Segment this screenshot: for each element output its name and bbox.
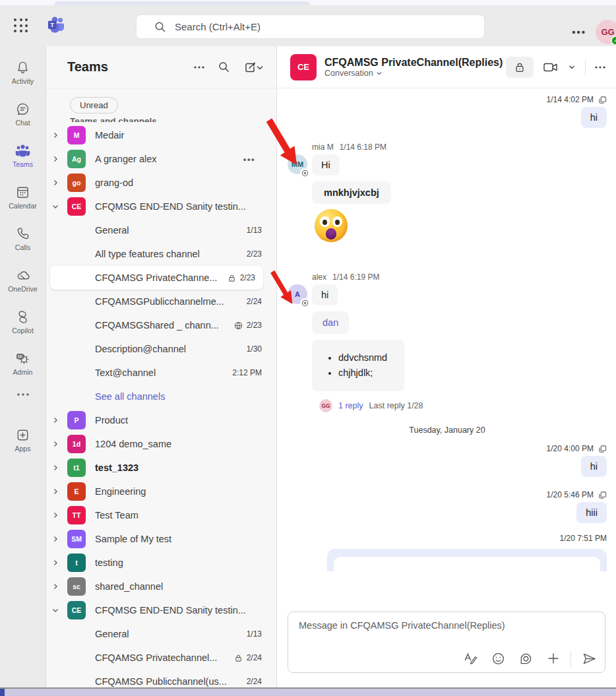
channel-privacy-button[interactable]	[506, 57, 534, 78]
panel-search-icon[interactable]	[218, 61, 230, 73]
chevron-right-icon[interactable]	[51, 488, 62, 495]
rail-item-admin[interactable]: A3 Admin	[1, 345, 45, 382]
team-avatar: M	[67, 126, 86, 144]
thread-reply-row[interactable]: GG 1 reply Last reply 1/28	[319, 399, 423, 412]
mention-link[interactable]: dan	[323, 317, 338, 328]
message-meta: 1/20 5:46 PM	[547, 490, 607, 499]
team-row-product[interactable]: P Product	[46, 408, 276, 432]
conversation-subtitle-dropdown[interactable]: Conversation	[324, 69, 506, 78]
team-row-medair[interactable]: M Medair	[46, 123, 276, 147]
waffle-menu-icon[interactable]	[13, 17, 30, 34]
chevron-right-icon[interactable]	[51, 559, 62, 567]
app-rail: Activity Chat Teams Calendar Calls OneDr…	[0, 46, 46, 687]
rail-label: Teams	[13, 160, 33, 168]
unread-filter-pill[interactable]: Unread	[70, 97, 118, 113]
meet-video-button[interactable]	[543, 61, 559, 74]
chevron-down-icon[interactable]	[51, 606, 62, 614]
rail-item-chat[interactable]: Chat	[1, 96, 45, 133]
team-row-engineering[interactable]: E Engineering	[46, 480, 276, 503]
channel-row-publicchannel-2[interactable]: CFQAMSG Publicchannel(us... 2/24	[46, 670, 276, 687]
rail-item-activity[interactable]: Activity	[1, 54, 45, 91]
rail-item-calendar[interactable]: Calendar	[1, 179, 45, 216]
chevron-right-icon[interactable]	[51, 535, 62, 543]
team-row-testing[interactable]: t testing	[46, 551, 276, 575]
received-message-bubble: mnkhjvjxcbj	[312, 181, 391, 204]
team-row-cfqmsg-sanity-2[interactable]: CE CFQMSG END-END Sanity testin...	[46, 598, 276, 622]
lock-icon	[514, 61, 526, 73]
chevron-right-icon[interactable]	[51, 416, 62, 424]
channel-date: 2/24	[247, 677, 262, 686]
rail-item-teams[interactable]: Teams	[1, 137, 45, 174]
author-avatar: MM	[288, 154, 307, 174]
topbar-more-icon[interactable]: •••	[572, 26, 586, 38]
received-message-bubble: ddvchsnmd chjhjdlk;	[312, 340, 404, 391]
see-all-channels-link[interactable]: See all channels	[46, 385, 276, 408]
header-divider	[585, 59, 586, 75]
compose-area	[277, 598, 616, 687]
chevron-right-icon[interactable]	[51, 511, 62, 519]
emoji-icon[interactable]	[491, 652, 505, 666]
channel-row-private-channel-selected[interactable]: CFQAMSG PrivateChanne... 2/23	[50, 266, 263, 290]
rail-item-onedrive[interactable]: OneDrive	[1, 262, 45, 299]
svg-text:A3: A3	[18, 354, 22, 358]
author-avatar: A	[288, 284, 307, 304]
channel-row-publicchannelme[interactable]: CFQAMSGPublicchannelme... 2/24	[46, 290, 276, 313]
channel-row-description[interactable]: Description@channel 1/30	[46, 337, 276, 361]
team-name: Engineering	[95, 486, 262, 497]
attach-plus-icon[interactable]	[547, 652, 560, 665]
chevron-right-icon[interactable]	[51, 179, 62, 187]
team-row-a-granger-alex[interactable]: Ag A granger alex •••	[46, 147, 276, 171]
team-avatar: t1	[67, 459, 86, 477]
search-icon	[154, 20, 167, 34]
rail-item-calls[interactable]: Calls	[1, 220, 45, 257]
team-row-sample-of-my-test[interactable]: SM Sample of My test	[46, 527, 276, 551]
channel-row-general-2[interactable]: General 1/13	[46, 622, 276, 646]
lock-icon	[234, 654, 243, 662]
team-name: grang-od	[95, 177, 262, 188]
channel-date: 1/13	[247, 629, 262, 639]
profile-avatar[interactable]: GG ✓	[596, 20, 616, 44]
more-dots-icon	[16, 393, 30, 396]
team-row-1204-demo-same[interactable]: 1d 1204 demo_same	[46, 432, 276, 456]
meet-options-chevron[interactable]	[568, 63, 576, 71]
new-message-icon[interactable]	[243, 61, 263, 73]
format-icon[interactable]	[463, 652, 477, 665]
rail-item-apps[interactable]: Apps	[1, 422, 45, 459]
team-row-test-team[interactable]: TT Test Team	[46, 503, 276, 527]
channel-row-shared-chann[interactable]: CFQAMSGShared _ chann... 2/23	[46, 313, 276, 337]
message-meta: 1/14 4:02 PM	[547, 95, 607, 104]
team-row-grang-od[interactable]: go grang-od	[46, 171, 276, 195]
team-name: CFQMSG END-END Sanity testin...	[95, 201, 262, 212]
team-row-test-1323[interactable]: t1 test_1323	[46, 456, 276, 480]
team-row-shared-channel[interactable]: sc shared_channel	[46, 575, 276, 598]
phone-icon	[15, 226, 30, 241]
chevron-right-icon[interactable]	[51, 583, 62, 590]
chevron-right-icon[interactable]	[51, 464, 62, 472]
channel-row-text[interactable]: Text@channel 2:12 PM	[46, 361, 276, 385]
channel-name: CFQAMSG Publicchannel(us...	[95, 676, 243, 687]
teams-app-window: T ••• GG ✓ Activity Chat Teams	[0, 0, 616, 696]
rail-more-icon[interactable]	[1, 387, 45, 402]
channel-name: CFQAMSGPublicchannelme...	[95, 296, 243, 307]
panel-more-icon[interactable]	[194, 66, 204, 69]
channel-avatar: CE	[290, 54, 317, 80]
chevron-right-icon[interactable]	[51, 155, 62, 163]
search-input[interactable]	[156, 21, 484, 32]
rail-item-copilot[interactable]: Copilot	[1, 303, 45, 340]
search-bar[interactable]	[137, 15, 484, 38]
conversation-header: CE CFQAMSG PrivateChannel(Replies) Conve…	[277, 46, 616, 88]
channel-row-privatechannel-2[interactable]: CFQAMSG Privatechannel... 2/24	[46, 646, 276, 670]
compose-box[interactable]	[288, 612, 605, 673]
chevron-down-icon[interactable]	[51, 203, 62, 210]
conversation-more-icon[interactable]	[595, 66, 605, 69]
row-more-icon[interactable]: •••	[243, 154, 255, 164]
chevron-right-icon[interactable]	[51, 440, 62, 448]
message-input[interactable]	[299, 620, 594, 631]
channel-row-general[interactable]: General 1/13	[46, 218, 276, 242]
send-icon[interactable]	[582, 652, 597, 666]
chevron-right-icon[interactable]	[51, 131, 62, 139]
loop-component-icon[interactable]	[519, 652, 533, 666]
channel-row-all-type-features[interactable]: All type features channel 2/23	[46, 242, 276, 266]
reply-count-link[interactable]: 1 reply	[338, 401, 363, 410]
team-row-cfqmsg-sanity-1[interactable]: CE CFQMSG END-END Sanity testin...	[46, 195, 276, 218]
